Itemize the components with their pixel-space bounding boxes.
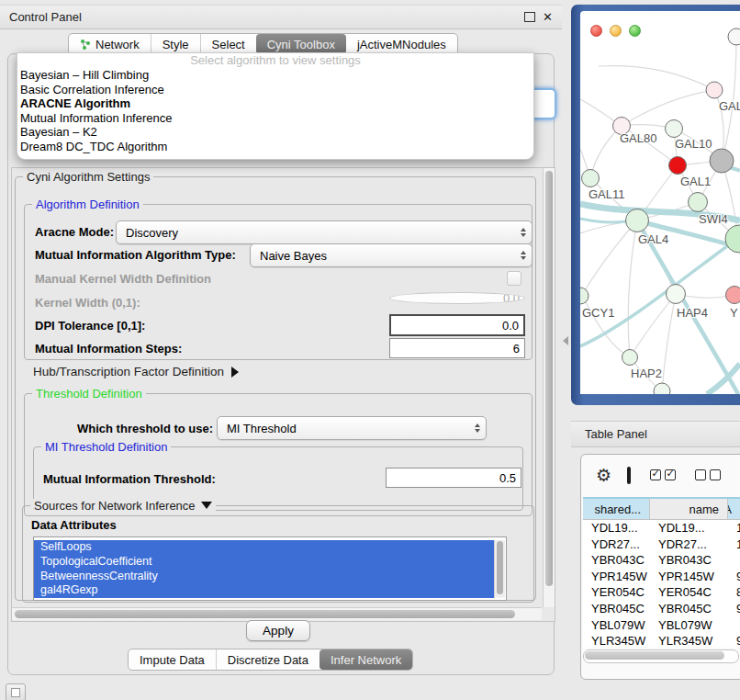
table-row[interactable]: YPR145WYPR145W9. [583, 569, 740, 585]
tab-discretize-data[interactable]: Discretize Data [216, 649, 320, 670]
data-attribute-item[interactable]: SelfLoops [34, 540, 500, 555]
table-cell[interactable]: 9. [728, 601, 740, 617]
tab-network[interactable]: Network [69, 34, 151, 54]
table-cell[interactable]: 9. [728, 633, 740, 648]
network-node[interactable] [667, 285, 686, 304]
network-node[interactable] [689, 193, 708, 212]
which-threshold-combo[interactable]: MI Threshold [217, 416, 487, 440]
data-attribute-item[interactable]: TopologicalCoefficient [34, 555, 500, 570]
algorithm-option[interactable]: Bayesian – K2 [17, 125, 533, 140]
mi-threshold-field[interactable] [386, 468, 521, 488]
table-horizontal-scrollbar[interactable] [583, 649, 739, 663]
table-cell[interactable]: 12 [728, 536, 740, 553]
manual-kernel-width-checkbox[interactable] [507, 271, 521, 286]
network-node[interactable] [706, 82, 723, 98]
network-node[interactable] [669, 157, 687, 175]
table-cell[interactable]: YBR043C [583, 552, 650, 569]
column-header-name[interactable]: name [650, 499, 728, 519]
aracne-mode-combo[interactable]: Discovery [116, 220, 533, 244]
table-cell[interactable]: YPR145W [583, 569, 650, 585]
data-attribute-item[interactable]: gal4RGexp [34, 583, 500, 598]
table-cell[interactable]: YBR043C [650, 552, 728, 569]
algorithm-option[interactable]: Dream8 DC_TDC Algorithm [17, 140, 533, 154]
table-cell[interactable]: 13 [728, 520, 740, 536]
network-node[interactable] [710, 149, 734, 173]
table-row[interactable]: YBR045CYBR045C9. [583, 601, 740, 617]
network-edge[interactable] [622, 90, 714, 126]
algorithm-option[interactable]: Basic Correlation Inference [17, 83, 533, 97]
table-cell[interactable]: YBL079W [650, 617, 728, 634]
network-node[interactable] [622, 350, 638, 366]
network-node-label: GAL4 [638, 232, 668, 246]
table-row[interactable]: YDR27...YDR27...12 [583, 536, 740, 553]
collapsed-panel-button[interactable] [6, 683, 26, 700]
table-cell[interactable]: YDR27... [650, 536, 728, 553]
settings-horizontal-scrollbar[interactable] [12, 607, 542, 620]
tab-style[interactable]: Style [151, 34, 200, 54]
float-panel-icon[interactable] [524, 12, 535, 22]
network-node[interactable] [726, 287, 740, 304]
network-edge[interactable] [599, 66, 714, 90]
table-cell[interactable]: YDR27... [583, 536, 650, 553]
split-pane-collapse-handle[interactable] [563, 336, 568, 345]
table-cell[interactable]: YER054C [650, 584, 728, 601]
column-header-shared-name[interactable]: shared... [583, 499, 650, 519]
table-cell[interactable]: YDL19... [583, 520, 650, 536]
table-cell[interactable]: YLR345W [650, 633, 728, 648]
mi-algorithm-type-combo[interactable]: Naive Bayes [250, 243, 533, 267]
table-cell[interactable]: YPR145W [650, 569, 728, 585]
table-cell[interactable] [728, 552, 740, 569]
network-edge[interactable] [582, 295, 630, 357]
hub-transcription-expander[interactable]: Hub/Transcription Factor Definition [33, 365, 239, 378]
select-all-icon[interactable] [650, 469, 676, 480]
network-node-label: Y [730, 306, 738, 320]
table-cell[interactable]: YER054C [583, 584, 650, 601]
split-table-icon[interactable] [627, 467, 631, 484]
table-cell[interactable]: YBL079W [583, 617, 650, 634]
dpi-tolerance-field[interactable] [389, 314, 525, 336]
network-edge[interactable] [628, 220, 637, 357]
apply-button[interactable]: Apply [246, 620, 310, 641]
table-cell[interactable]: YLR345W [583, 633, 650, 648]
column-header-partial[interactable]: A [728, 499, 740, 519]
network-node[interactable] [626, 209, 649, 232]
table-row[interactable]: YDL19...YDL19...13 [583, 520, 740, 536]
data-attributes-list[interactable]: SelfLoopsTopologicalCoefficientBetweenne… [33, 536, 507, 601]
kernel-width-field[interactable] [389, 292, 525, 304]
table-cell[interactable]: YDL19... [650, 520, 728, 536]
tab-jactivemnodules[interactable]: jActiveMNodules [346, 34, 457, 54]
network-node[interactable] [666, 120, 683, 138]
gear-icon[interactable]: ⚙ [596, 467, 611, 484]
table-row[interactable]: YLR345WYLR345W9. [583, 633, 740, 648]
tab-select[interactable]: Select [200, 34, 256, 54]
tab-cyni-toolbox[interactable]: Cyni Toolbox [256, 34, 346, 54]
sources-expander[interactable]: Sources for Network Inference [30, 499, 216, 513]
mi-algorithm-type-label: Mutual Information Algorithm Type: [35, 248, 236, 262]
table-cell[interactable]: 9. [728, 569, 740, 585]
settings-vertical-scrollbar[interactable] [543, 168, 555, 607]
table-row[interactable]: YER054CYER054C8. [583, 584, 740, 601]
tab-infer-network[interactable]: Infer Network [320, 649, 412, 670]
network-node[interactable] [728, 28, 740, 45]
data-attribute-item[interactable]: BetweennessCentrality [34, 570, 500, 584]
table-cell[interactable]: 8. [728, 584, 740, 601]
deselect-all-icon[interactable] [695, 469, 721, 480]
control-panel-titlebar: Control Panel ✕ [0, 5, 562, 29]
table-cell[interactable]: YBR045C [650, 601, 728, 617]
tab-impute-data[interactable]: Impute Data [129, 649, 216, 670]
mi-steps-field[interactable] [389, 338, 525, 358]
algorithm-option[interactable]: ARACNE Algorithm [17, 96, 533, 111]
table-cell[interactable]: YBR045C [583, 601, 650, 617]
network-canvas[interactable]: GALGAL80GAL10GAL1GAL11SWI4GAL4GCY1HAP4YH… [580, 28, 740, 394]
table-row[interactable]: YBL079WYBL079W [583, 617, 740, 634]
table-cell[interactable] [728, 617, 740, 634]
close-panel-icon[interactable]: ✕ [543, 11, 553, 23]
network-edge[interactable] [580, 237, 740, 346]
table-row[interactable]: YBR043CYBR043C [583, 552, 740, 569]
network-node[interactable] [580, 288, 589, 304]
attribute-list-scrollbar[interactable] [494, 540, 505, 598]
algorithm-option[interactable]: Mutual Information Inference [17, 111, 533, 126]
algorithm-option[interactable]: Bayesian – Hill Climbing [17, 68, 533, 83]
network-node[interactable] [654, 383, 670, 394]
network-node[interactable] [582, 170, 600, 187]
